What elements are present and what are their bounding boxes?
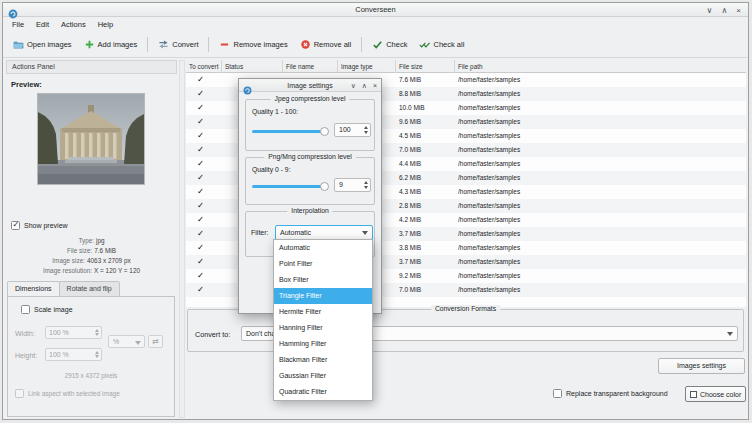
- check-all-label: Check all: [433, 40, 464, 49]
- check-button[interactable]: Check: [366, 36, 413, 53]
- add-icon: [84, 39, 95, 50]
- row-file-path: /home/faster/samples: [458, 129, 520, 143]
- swap-units-button[interactable]: ⇄: [148, 335, 163, 348]
- width-spinbox[interactable]: 100 %: [45, 326, 102, 339]
- minimize-icon[interactable]: ∨: [351, 82, 356, 90]
- filter-combobox[interactable]: Automatic: [275, 225, 373, 240]
- filter-option[interactable]: Automatic: [274, 240, 372, 256]
- row-checked-icon[interactable]: ✓: [197, 73, 204, 86]
- open-images-label: Open images: [27, 40, 72, 49]
- row-checked-icon[interactable]: ✓: [197, 255, 204, 268]
- column-header-file-size[interactable]: File size: [396, 60, 455, 73]
- row-checked-icon[interactable]: ✓: [197, 129, 204, 142]
- filter-option[interactable]: Hermite Filter: [274, 304, 372, 320]
- row-checked-icon[interactable]: ✓: [197, 269, 204, 282]
- filter-option[interactable]: Quadratic Filter: [274, 384, 372, 400]
- row-checked-icon[interactable]: ✓: [197, 157, 204, 170]
- filter-option[interactable]: Blackman Filter: [274, 352, 372, 368]
- filter-option[interactable]: Hanning Filter: [274, 320, 372, 336]
- row-checked-icon[interactable]: ✓: [197, 213, 204, 226]
- link-aspect-label: Link aspect with selected image: [28, 390, 120, 397]
- jpeg-quality-spinbox[interactable]: 100: [334, 123, 371, 137]
- check-all-button[interactable]: Check all: [413, 36, 470, 53]
- menu-actions[interactable]: Actions: [55, 17, 92, 32]
- filter-option[interactable]: Gaussian Filter: [274, 368, 372, 384]
- row-checked-icon[interactable]: ✓: [197, 143, 204, 156]
- actions-panel-title[interactable]: Actions Panel: [6, 60, 177, 74]
- close-icon[interactable]: ×: [373, 82, 377, 89]
- column-header-file-path[interactable]: File path: [455, 60, 746, 73]
- add-images-button[interactable]: Add images: [78, 36, 144, 53]
- column-header-image-type[interactable]: Image type: [338, 60, 396, 73]
- info-image-size: Image size:4063 x 2709 px: [6, 257, 177, 264]
- choose-color-button[interactable]: Choose color: [685, 386, 746, 402]
- png-quality-slider[interactable]: [252, 181, 328, 191]
- height-spinbox[interactable]: 100 %: [45, 348, 102, 361]
- filter-dropdown-popup: Automatic Point Filter Box Filter Triang…: [273, 239, 373, 401]
- images-settings-button[interactable]: Images settings: [658, 358, 745, 374]
- remove-all-label: Remove all: [314, 40, 352, 49]
- info-file-size-value: 7.6 MiB: [94, 247, 116, 254]
- preview-label: Preview:: [11, 80, 42, 89]
- slider-groove: [252, 130, 328, 133]
- remove-images-button[interactable]: Remove images: [213, 36, 293, 53]
- row-file-path: /home/faster/samples: [458, 143, 520, 157]
- slider-handle[interactable]: [320, 127, 329, 136]
- row-file-path: /home/faster/samples: [458, 199, 520, 213]
- row-file-size: 7.0 MiB: [399, 143, 421, 157]
- slider-handle[interactable]: [320, 182, 329, 191]
- panel-scrollbar[interactable]: [179, 60, 185, 418]
- menu-edit[interactable]: Edit: [30, 17, 55, 32]
- titlebar[interactable]: Converseen ∨ ∧ ×: [3, 3, 748, 17]
- open-images-button[interactable]: Open images: [7, 36, 78, 53]
- tab-dimensions[interactable]: Dimensions: [7, 281, 60, 297]
- row-file-size: 6.2 MiB: [399, 171, 421, 185]
- menu-file[interactable]: File: [6, 17, 30, 32]
- info-resolution-label: Image resolution:: [43, 267, 92, 274]
- link-aspect-checkbox[interactable]: [15, 389, 24, 398]
- column-header-status[interactable]: Status: [222, 60, 283, 73]
- row-checked-icon[interactable]: ✓: [197, 115, 204, 128]
- spinbox-arrows-icon[interactable]: [95, 351, 99, 358]
- minimize-icon[interactable]: ∨: [707, 6, 713, 15]
- png-quality-spinbox[interactable]: 9: [334, 178, 371, 192]
- filter-option-selected[interactable]: Triangle Filter: [274, 288, 372, 304]
- jpeg-quality-slider[interactable]: [252, 126, 328, 136]
- row-checked-icon[interactable]: ✓: [197, 87, 204, 100]
- spinbox-arrows-icon[interactable]: [364, 126, 368, 134]
- filter-option[interactable]: Hamming Filter: [274, 336, 372, 352]
- row-file-path: /home/faster/samples: [458, 87, 520, 101]
- row-checked-icon[interactable]: ✓: [197, 241, 204, 254]
- spinbox-arrows-icon[interactable]: [95, 329, 99, 336]
- menu-help[interactable]: Help: [92, 17, 119, 32]
- spinbox-arrows-icon[interactable]: [364, 181, 368, 189]
- jpeg-compression-group: Jpeg compression level Quality 1 - 100: …: [245, 99, 375, 151]
- row-checked-icon[interactable]: ✓: [197, 101, 204, 114]
- unit-combobox[interactable]: %: [108, 335, 145, 348]
- filter-option[interactable]: Box Filter: [274, 272, 372, 288]
- maximize-icon[interactable]: ∧: [362, 82, 367, 90]
- convert-button[interactable]: Convert: [152, 36, 204, 53]
- row-checked-icon[interactable]: ✓: [197, 283, 204, 296]
- row-checked-icon[interactable]: ✓: [197, 185, 204, 198]
- tab-rotate-and-flip[interactable]: Rotate and flip: [59, 281, 120, 297]
- jpeg-quality-value: 100: [339, 124, 351, 136]
- row-file-path: /home/faster/samples: [458, 241, 520, 255]
- maximize-icon[interactable]: ∧: [721, 6, 727, 15]
- width-value: 100 %: [49, 327, 69, 338]
- row-checked-icon[interactable]: ✓: [197, 227, 204, 240]
- row-checked-icon[interactable]: ✓: [197, 171, 204, 184]
- scale-image-checkbox[interactable]: [21, 305, 30, 314]
- column-header-to-convert[interactable]: To convert: [186, 60, 222, 73]
- column-header-file-name[interactable]: File name: [283, 60, 338, 73]
- replace-transparent-checkbox[interactable]: [553, 389, 562, 398]
- close-icon[interactable]: ×: [736, 6, 741, 15]
- dialog-titlebar[interactable]: Image settings ∨ ∧ ×: [239, 79, 381, 92]
- filter-option[interactable]: Point Filter: [274, 256, 372, 272]
- row-checked-icon[interactable]: ✓: [197, 199, 204, 212]
- show-preview-checkbox[interactable]: ✓: [11, 221, 20, 230]
- show-preview-label: Show preview: [24, 222, 68, 229]
- remove-all-button[interactable]: Remove all: [294, 36, 358, 53]
- row-file-path: /home/faster/samples: [458, 227, 520, 241]
- choose-color-label: Choose color: [700, 391, 741, 398]
